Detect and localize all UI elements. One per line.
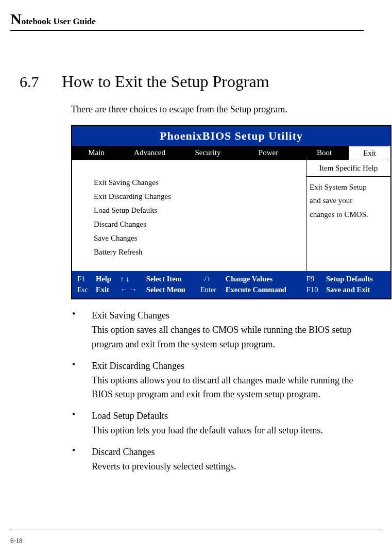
legend-row-2: Esc Exit ← → Select Menu Enter Execute C… (75, 284, 387, 295)
bios-key-legend: F1 Help ↑ ↓ Select Item −/+ Change Value… (72, 271, 390, 298)
menu-item-load-defaults[interactable]: Load Setup Defaults (94, 206, 306, 215)
key-f10-label: Save and Exit (324, 284, 387, 295)
bios-help-line-3: changes to CMOS. (310, 210, 368, 218)
page-number: 6-18 (10, 536, 23, 545)
menu-item-battery-refresh[interactable]: Battery Refresh (94, 248, 306, 257)
bios-help-line-1: Exit System Setup (310, 183, 367, 191)
footer-rule (10, 530, 383, 530)
key-f1-label: Help (94, 274, 118, 284)
tab-boot[interactable]: Boot (300, 146, 349, 160)
key-esc-label: Exit (94, 284, 118, 295)
bios-help-body: Exit System Setup and save your changes … (306, 177, 390, 225)
key-enter: Enter (198, 284, 224, 295)
key-enter-label: Execute Command (224, 284, 304, 295)
tab-security[interactable]: Security (179, 146, 237, 160)
header-rule (10, 30, 364, 31)
bullet-title: Load Setup Defaults (92, 411, 168, 421)
bullet-dot: • (71, 409, 92, 438)
key-f10: F10 (304, 284, 324, 295)
bios-help-title: Item Specific Help (306, 160, 390, 177)
section-title: How to Exit the Setup Program (62, 72, 269, 91)
key-leftright: ← → (118, 284, 144, 295)
bullet-dot: • (71, 359, 92, 402)
bullet-list: • Exit Saving Changes This option saves … (71, 309, 364, 474)
bullet-body: Reverts to previously selected settings. (92, 461, 236, 471)
running-header: Notebook User Guide (10, 10, 364, 28)
header-dropcap: N (10, 10, 22, 27)
bullet-text: Exit Saving Changes This option saves al… (92, 309, 364, 352)
bullet-text: Discard Changes Reverts to previously se… (92, 445, 364, 474)
bullet-item: • Load Setup Defaults This option lets y… (71, 409, 364, 438)
menu-item-exit-saving[interactable]: Exit Saving Changes (94, 178, 306, 187)
bullet-body: This option saves all changes to CMOS wh… (92, 325, 351, 349)
tab-power[interactable]: Power (237, 146, 300, 160)
menu-item-exit-discarding[interactable]: Exit Discarding Changes (94, 192, 306, 201)
bullet-body: This option lets you load the default va… (92, 425, 323, 435)
bullet-dot: • (71, 309, 92, 352)
bios-screenshot: PhoenixBIOS Setup Utility Main Advanced … (71, 125, 391, 299)
menu-item-save-changes[interactable]: Save Changes (94, 234, 306, 243)
section-number: 6.7 (10, 73, 62, 91)
legend-row-1: F1 Help ↑ ↓ Select Item −/+ Change Value… (75, 274, 387, 284)
header-text: otebook User Guide (22, 16, 96, 26)
menu-item-discard-changes[interactable]: Discard Changes (94, 220, 306, 229)
key-minusplus: −/+ (198, 274, 224, 284)
key-updown-label: Select Item (144, 274, 198, 284)
intro-text: There are three choices to escape from t… (71, 104, 364, 115)
key-updown: ↑ ↓ (118, 274, 144, 284)
key-leftright-label: Select Menu (144, 284, 198, 295)
bullet-item: • Exit Discarding Changes This options a… (71, 359, 364, 402)
bullet-title: Exit Discarding Changes (92, 361, 184, 371)
key-esc: Esc (75, 284, 94, 295)
bios-tab-bar: Main Advanced Security Power Boot Exit (72, 146, 390, 160)
key-minusplus-label: Change Values (224, 274, 304, 284)
bullet-title: Discard Changes (92, 447, 155, 457)
bullet-title: Exit Saving Changes (92, 310, 169, 321)
bios-title: PhoenixBIOS Setup Utility (72, 126, 390, 146)
bullet-item: • Discard Changes Reverts to previously … (71, 445, 364, 474)
key-f1: F1 (75, 274, 94, 284)
key-f9: F9 (304, 274, 324, 284)
tab-main[interactable]: Main (72, 146, 121, 160)
tab-advanced[interactable]: Advanced (121, 146, 179, 160)
section-heading: 6.7 How to Exit the Setup Program (10, 72, 364, 91)
key-f9-label: Setup Defaults (324, 274, 387, 284)
bios-menu: Exit Saving Changes Exit Discarding Chan… (72, 160, 306, 271)
bullet-text: Exit Discarding Changes This options all… (92, 359, 364, 402)
bullet-item: • Exit Saving Changes This option saves … (71, 309, 364, 352)
bullet-dot: • (71, 445, 92, 474)
bios-body: Exit Saving Changes Exit Discarding Chan… (72, 160, 390, 271)
bios-help-panel: Item Specific Help Exit System Setup and… (306, 160, 390, 271)
bullet-body: This options allows you to discard all c… (92, 375, 353, 400)
tab-exit-label: Exit (350, 146, 389, 160)
bios-help-line-2: and save your (310, 196, 352, 205)
tab-exit[interactable]: Exit (349, 146, 390, 160)
bullet-text: Load Setup Defaults This option lets you… (92, 409, 364, 438)
